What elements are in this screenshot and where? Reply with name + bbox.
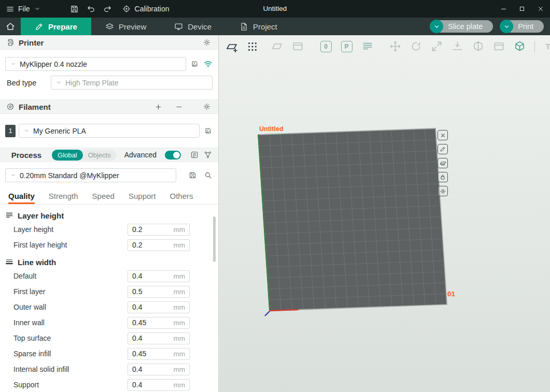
param-input-box: mm (128, 239, 190, 251)
save-icon (70, 5, 79, 13)
redo-button[interactable] (100, 0, 116, 18)
inner-wall-line-width-input[interactable] (132, 318, 164, 327)
stacked-plates-icon (440, 160, 446, 167)
param-label: Sparse infill (13, 350, 51, 358)
lines-icon (362, 41, 373, 52)
filament-settings-button[interactable] (202, 101, 212, 112)
plate-name-label[interactable]: Untitled (259, 125, 284, 133)
param-unit: mm (174, 366, 186, 373)
cube-icon (514, 40, 526, 52)
delete-plate-button[interactable] (438, 130, 448, 140)
search-parameters-button[interactable] (203, 170, 213, 181)
param-label: Default (13, 272, 36, 280)
outer-wall-line-width-input[interactable] (132, 303, 164, 311)
plate-list-button[interactable] (360, 39, 374, 53)
move-tool-button[interactable] (388, 39, 402, 53)
text-tool-button[interactable]: Ta (543, 39, 550, 53)
printer-section-header: Printer (0, 35, 218, 50)
filament-preset-select[interactable]: My Generic PLA (19, 124, 200, 138)
internal-solid-infill-line-width-input[interactable] (132, 365, 164, 373)
param-row: First layer height mm (0, 237, 218, 253)
tab-speed[interactable]: Speed (92, 192, 115, 204)
param-unit: mm (174, 226, 186, 234)
printer-connection-button[interactable] (203, 59, 213, 69)
split-view-button[interactable] (291, 39, 305, 53)
first-layer-height-input[interactable] (132, 241, 164, 249)
scale-tool-button[interactable] (430, 39, 444, 53)
layer-height-icon (5, 211, 13, 220)
tab-preview[interactable]: Preview (91, 18, 160, 35)
slice-plate-button[interactable]: Slice plate (430, 20, 493, 33)
build-plate[interactable] (219, 35, 550, 392)
param-label: First layer height (13, 241, 67, 249)
tab-others[interactable]: Others (170, 192, 193, 204)
tab-quality[interactable]: Quality (8, 192, 35, 204)
cross-arrows-icon (389, 40, 401, 52)
parameter-graph-button[interactable] (204, 150, 212, 160)
process-preset-select[interactable]: 0.20mm Standard @MyKlipper (5, 168, 176, 182)
printer-settings-button[interactable] (202, 37, 212, 48)
support-line-width-input[interactable] (132, 381, 164, 389)
fill-bed-button[interactable]: 0 (319, 39, 333, 53)
param-input-box: mm (128, 379, 190, 391)
plate-settings-button[interactable] (438, 186, 448, 196)
gear-icon (203, 103, 211, 111)
layer-height-input[interactable] (132, 225, 164, 234)
bed-type-select[interactable]: High Temp Plate (51, 76, 213, 90)
home-button[interactable] (0, 18, 21, 35)
chevron-down-icon (24, 128, 30, 134)
process-preset-value: 0.20mm Standard @MyKlipper (20, 171, 119, 180)
add-plate-button[interactable] (224, 39, 238, 53)
print-button[interactable]: Print (500, 20, 544, 33)
tab-device[interactable]: Device (160, 18, 225, 35)
remove-filament-button[interactable] (174, 101, 184, 112)
rotate-tool-button[interactable] (409, 39, 423, 53)
edit-filament-preset-button[interactable] (203, 126, 213, 136)
tab-support[interactable]: Support (129, 192, 156, 204)
calibration-button[interactable]: Calibration (116, 0, 176, 18)
calibration-label: Calibration (135, 5, 170, 13)
viewport-3d[interactable]: 0 P Ta Untitl (219, 35, 550, 392)
first-layer-line-width-input[interactable] (132, 287, 164, 296)
advanced-toggle[interactable] (165, 151, 181, 159)
printer-preset-select[interactable]: MyKlipper 0.4 nozzle (5, 57, 186, 71)
close-button[interactable] (531, 0, 550, 18)
edit-printer-preset-button[interactable] (189, 59, 200, 69)
plate-plus-icon (225, 40, 238, 53)
auto-orient-button[interactable] (270, 39, 284, 53)
main-tabbar: Prepare Preview Device Project Slice pla… (0, 18, 550, 35)
sparse-infill-line-width-input[interactable] (132, 350, 164, 358)
arrange-all-button[interactable] (245, 39, 259, 53)
default-line-width-input[interactable] (132, 272, 164, 280)
save-preset-button[interactable] (187, 170, 198, 181)
add-filament-button[interactable] (153, 101, 163, 112)
assembly-view-button[interactable] (513, 39, 527, 53)
scope-global-option[interactable]: Global (52, 150, 83, 161)
sidebar-scrollbar[interactable] (213, 216, 216, 262)
lay-flat-button[interactable] (450, 39, 464, 53)
scope-objects-option[interactable]: Objects (83, 151, 116, 159)
arrange-plate-button[interactable] (438, 158, 448, 168)
tab-project[interactable]: Project (225, 18, 291, 35)
plate-preset-button[interactable]: P (340, 39, 354, 53)
variable-layer-height-button[interactable] (492, 39, 506, 53)
tab-prepare[interactable]: Prepare (21, 18, 91, 35)
chevron-down-icon (433, 23, 440, 30)
gear-icon (203, 38, 211, 47)
minimize-button[interactable] (494, 0, 513, 18)
compare-presets-button[interactable] (190, 150, 199, 160)
nodes-icon (204, 151, 212, 159)
print-options-dropdown[interactable] (500, 20, 513, 33)
param-input-box: mm (128, 317, 190, 329)
save-button[interactable] (66, 0, 83, 18)
filament-index-badge[interactable]: 1 (5, 125, 16, 137)
split-object-button[interactable] (471, 39, 485, 53)
edit-plate-name-button[interactable] (438, 144, 448, 154)
lock-plate-button[interactable] (438, 172, 448, 182)
undo-button[interactable] (83, 0, 100, 18)
viewport-toolbar: 0 P Ta (224, 39, 550, 53)
maximize-button[interactable] (513, 0, 531, 18)
tab-strength[interactable]: Strength (49, 192, 78, 204)
file-menu[interactable]: File (0, 0, 47, 18)
top-surface-line-width-input[interactable] (132, 334, 164, 342)
